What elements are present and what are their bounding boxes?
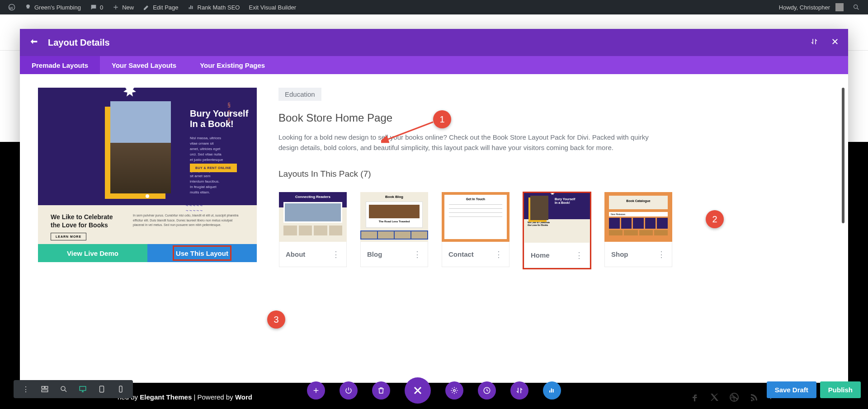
site-name-link[interactable]: Green's Plumbing (20, 0, 85, 14)
layout-title: Book Store Home Page (278, 112, 812, 124)
modal-header: Layout Details (20, 29, 848, 56)
wireframe-icon[interactable] (37, 384, 52, 395)
history-button[interactable] (478, 381, 496, 400)
scrollbar[interactable] (842, 88, 844, 223)
site-name: Green's Plumbing (34, 4, 81, 11)
zoom-icon[interactable] (56, 384, 71, 395)
comment-count: 0 (100, 4, 103, 11)
search-icon[interactable] (848, 0, 864, 14)
layout-preview: §§§ Bury YourselfIn a Book! Nisl massa, … (38, 88, 257, 244)
more-icon[interactable]: ⋮ (332, 249, 340, 259)
modal-tabs: Premade Layouts Your Saved Layouts Your … (20, 56, 848, 74)
new-link[interactable]: New (108, 0, 138, 14)
svg-rect-9 (119, 386, 122, 392)
rank-math-link[interactable]: Rank Math SEO (183, 0, 245, 14)
save-draft-button[interactable]: Save Draft (767, 381, 816, 398)
phone-icon[interactable] (113, 384, 128, 395)
view-live-demo-button[interactable]: View Live Demo (38, 244, 147, 262)
sort-icon[interactable] (810, 38, 818, 47)
annotation-1: 1 (433, 110, 451, 128)
settings-button[interactable] (445, 381, 463, 400)
svg-rect-8 (100, 386, 104, 392)
desktop-icon[interactable] (75, 384, 90, 395)
pack-title: Layouts In This Pack (7) (278, 169, 812, 179)
edit-page-link[interactable]: Edit Page (138, 0, 183, 14)
comments-link[interactable]: 0 (85, 0, 108, 14)
builder-bottom-bar: ⋮ Save Draft Publish (0, 387, 868, 409)
svg-rect-5 (42, 390, 48, 392)
portability-button[interactable] (510, 381, 528, 400)
add-button[interactable] (307, 381, 325, 400)
more-vert-icon[interactable]: ⋮ (18, 384, 33, 395)
star-icon (120, 88, 139, 103)
trash-button[interactable] (372, 381, 390, 400)
more-icon[interactable]: ⋮ (575, 250, 583, 260)
svg-rect-4 (45, 386, 48, 389)
publish-button[interactable]: Publish (820, 381, 861, 398)
pack-card-about[interactable]: Connecting Readers About⋮ (278, 192, 347, 269)
more-icon[interactable]: ⋮ (495, 249, 503, 259)
tab-saved-layouts[interactable]: Your Saved Layouts (100, 56, 188, 74)
category-tag[interactable]: Education (278, 88, 321, 101)
wp-logo[interactable] (4, 0, 20, 14)
pack-card-shop[interactable]: Book CatalogueNew Releases Shop⋮ (604, 192, 673, 269)
pack-card-contact[interactable]: Get In Touch Contact⋮ (441, 192, 510, 269)
back-icon[interactable] (29, 37, 39, 48)
use-this-layout-button[interactable]: Use This Layout (147, 244, 257, 262)
pack-card-blog[interactable]: Book BlogThe Road Less Traveled Blog⋮ (360, 192, 429, 269)
svg-point-6 (61, 386, 65, 390)
tab-existing-pages[interactable]: Your Existing Pages (188, 56, 277, 74)
modal-title: Layout Details (48, 38, 110, 48)
layout-modal: Layout Details Premade Layouts Your Save… (20, 29, 848, 383)
tablet-icon[interactable] (94, 384, 109, 395)
annotation-2: 2 (706, 210, 724, 228)
annotation-3: 3 (267, 310, 285, 329)
power-button[interactable] (340, 381, 358, 400)
avatar (835, 3, 844, 11)
howdy-user[interactable]: Howdy, Christopher (774, 0, 848, 14)
svg-point-10 (453, 390, 456, 392)
more-icon[interactable]: ⋮ (413, 249, 421, 259)
svg-rect-7 (80, 386, 86, 390)
svg-rect-3 (42, 386, 44, 389)
close-builder-button[interactable] (405, 377, 431, 404)
close-icon[interactable] (831, 38, 839, 47)
exit-visual-builder[interactable]: Exit Visual Builder (244, 0, 301, 14)
view-mode-group: ⋮ (14, 380, 133, 398)
more-icon[interactable]: ⋮ (657, 249, 665, 259)
svg-point-1 (854, 5, 858, 9)
wp-admin-bar: Green's Plumbing 0 New Edit Page Rank Ma… (0, 0, 868, 14)
pack-card-home[interactable]: Bury YourselfIn a Book! We Like to Celeb… (523, 192, 591, 269)
tab-premade-layouts[interactable]: Premade Layouts (20, 56, 100, 74)
chart-button[interactable] (543, 381, 561, 400)
layout-description: Looking for a bold new design to sell yo… (278, 132, 654, 153)
